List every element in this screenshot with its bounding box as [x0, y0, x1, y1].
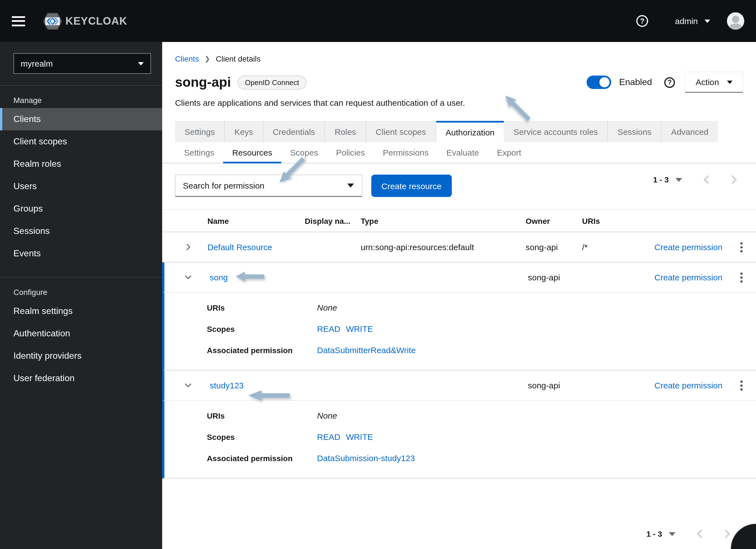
- sidebar-item-sessions[interactable]: Sessions: [0, 220, 162, 242]
- user-menu[interactable]: admin: [675, 16, 710, 26]
- create-permission-link[interactable]: Create permission: [655, 272, 727, 282]
- resources-toolbar: Create resource 1 - 3: [175, 174, 743, 197]
- scope-link-read[interactable]: READ: [317, 324, 340, 334]
- nav-toggle-icon[interactable]: [12, 16, 25, 26]
- sidebar-item-realm-settings[interactable]: Realm settings: [0, 300, 162, 322]
- next-page-icon[interactable]: [724, 529, 731, 539]
- col-uris: URIs: [582, 216, 644, 225]
- tab-client-scopes[interactable]: Client scopes: [366, 121, 436, 142]
- enabled-toggle[interactable]: [587, 76, 611, 89]
- breadcrumb-clients-link[interactable]: Clients: [175, 54, 199, 63]
- scope-link-write[interactable]: WRITE: [346, 324, 373, 334]
- subtab-export[interactable]: Export: [488, 142, 530, 163]
- resource-link-study123[interactable]: study123: [210, 381, 307, 390]
- masthead: KEYCLOAK ? admin: [0, 0, 756, 42]
- pagination-range: 1 - 3: [646, 529, 662, 538]
- tab-service-accounts-roles[interactable]: Service accounts roles: [504, 121, 608, 142]
- expanded-details-song: URIs None Scopes READ WRITE Associated p…: [162, 293, 756, 371]
- create-permission-link[interactable]: Create permission: [655, 381, 727, 390]
- create-resource-button[interactable]: Create resource: [371, 174, 452, 197]
- chevron-down-icon: [727, 80, 733, 84]
- subtab-settings[interactable]: Settings: [175, 142, 223, 163]
- sidebar-item-identity-providers[interactable]: Identity providers: [0, 345, 162, 367]
- collapse-row-icon[interactable]: [185, 382, 192, 389]
- detail-associated-permission: Associated permission DataSubmission-stu…: [207, 453, 756, 463]
- chevron-down-icon: [347, 183, 354, 187]
- action-dropdown[interactable]: Action: [685, 72, 743, 93]
- tab-credentials[interactable]: Credentials: [263, 121, 325, 142]
- sidebar-item-clients[interactable]: Clients: [0, 108, 162, 130]
- prev-page-icon[interactable]: [702, 174, 710, 185]
- avatar[interactable]: [727, 12, 744, 30]
- enabled-label: Enabled: [619, 77, 652, 87]
- tab-keys[interactable]: Keys: [225, 121, 263, 142]
- associated-permission-link[interactable]: DataSubmitterRead&Write: [317, 345, 416, 355]
- tab-sessions[interactable]: Sessions: [608, 121, 662, 142]
- scopes-label: Scopes: [207, 433, 317, 442]
- cell-owner: song-api: [528, 381, 584, 390]
- breadcrumb-separator-icon: ❯: [205, 55, 210, 63]
- scope-link-read[interactable]: READ: [317, 432, 340, 442]
- annotation-arrow-song-icon: [235, 271, 264, 282]
- tab-roles[interactable]: Roles: [325, 121, 366, 142]
- table-row: Default Resource urn:song-api:resources:…: [162, 232, 756, 262]
- subtab-policies[interactable]: Policies: [327, 142, 374, 163]
- detail-uris: URIs None: [207, 411, 756, 420]
- annotation-arrow-study123-icon: [248, 390, 290, 401]
- expand-row-icon[interactable]: [185, 243, 192, 251]
- sidebar-item-users[interactable]: Users: [0, 175, 162, 197]
- keycloak-admin-console: KEYCLOAK ? admin myrealm Manage Clients …: [0, 0, 756, 549]
- nav-section-configure: Configure: [0, 278, 162, 300]
- detail-scopes: Scopes READ WRITE: [207, 432, 756, 442]
- subtab-resources[interactable]: Resources: [223, 142, 281, 163]
- resource-link-default[interactable]: Default Resource: [207, 242, 305, 252]
- tab-authorization[interactable]: Authorization: [436, 121, 504, 142]
- client-tabs: Settings Keys Credentials Roles Client s…: [175, 121, 756, 142]
- subtab-permissions[interactable]: Permissions: [374, 142, 437, 163]
- table-header-row: Name Display na... Type Owner URIs: [162, 210, 756, 232]
- realm-selector[interactable]: myrealm: [13, 53, 151, 74]
- resources-table: Name Display na... Type Owner URIs Defau…: [162, 209, 756, 479]
- help-icon[interactable]: ?: [664, 77, 675, 88]
- col-name: Name: [207, 216, 305, 225]
- sidebar-item-user-federation[interactable]: User federation: [0, 367, 162, 390]
- tab-settings[interactable]: Settings: [175, 121, 225, 142]
- keycloak-logo: KEYCLOAK: [43, 13, 127, 29]
- kebab-menu-icon[interactable]: [740, 380, 743, 390]
- create-permission-link[interactable]: Create permission: [655, 242, 727, 252]
- breadcrumb-current: Client details: [216, 54, 261, 63]
- pagination-options-icon[interactable]: [675, 178, 682, 181]
- sidebar-item-realm-roles[interactable]: Realm roles: [0, 153, 162, 175]
- tab-advanced[interactable]: Advanced: [661, 121, 718, 142]
- authorization-subtabs: Settings Resources Scopes Policies Permi…: [162, 142, 756, 163]
- sidebar-item-authentication[interactable]: Authentication: [0, 322, 162, 345]
- pagination-options-icon[interactable]: [669, 532, 675, 536]
- sidebar-item-client-scopes[interactable]: Client scopes: [0, 130, 162, 153]
- chevron-down-icon: [138, 62, 144, 65]
- detail-scopes: Scopes READ WRITE: [207, 324, 756, 334]
- chevron-down-icon: [705, 19, 710, 23]
- nav-section-manage: Manage: [0, 86, 162, 108]
- help-icon[interactable]: ?: [636, 15, 648, 27]
- associated-permission-link[interactable]: DataSubmission-study123: [317, 453, 415, 463]
- prev-page-icon[interactable]: [696, 529, 703, 539]
- search-permission-select[interactable]: [175, 174, 362, 197]
- search-input[interactable]: [176, 181, 347, 190]
- detail-uris: URIs None: [207, 303, 756, 312]
- next-page-icon[interactable]: [730, 174, 738, 185]
- product-name: KEYCLOAK: [65, 15, 127, 27]
- sidebar-item-events[interactable]: Events: [0, 242, 162, 265]
- col-type: Type: [361, 216, 526, 225]
- protocol-badge: OpenID Connect: [238, 75, 306, 89]
- kebab-menu-icon[interactable]: [740, 242, 743, 252]
- uris-label: URIs: [207, 411, 317, 420]
- subtab-evaluate[interactable]: Evaluate: [438, 142, 488, 163]
- collapse-row-icon[interactable]: [185, 273, 192, 281]
- uris-label: URIs: [207, 303, 317, 312]
- title-row: song-api OpenID Connect Enabled ? Action: [175, 72, 743, 92]
- sidebar-item-groups[interactable]: Groups: [0, 197, 162, 220]
- scope-link-write[interactable]: WRITE: [346, 432, 373, 442]
- kebab-menu-icon[interactable]: [740, 272, 743, 282]
- col-display-name: Display na...: [305, 216, 361, 225]
- sidebar: myrealm Manage Clients Client scopes Rea…: [0, 42, 162, 549]
